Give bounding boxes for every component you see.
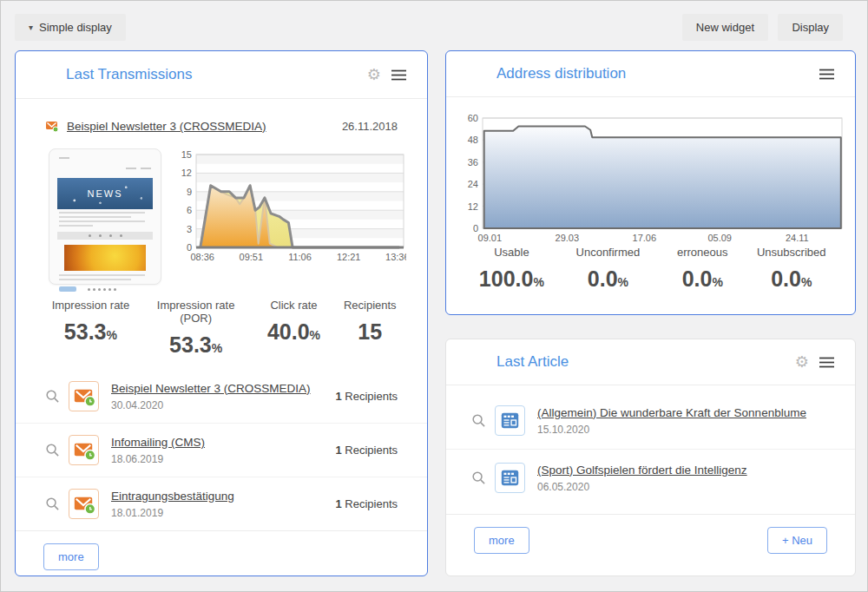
envelope-clock-icon [69,435,99,465]
envelope-clock-icon [69,489,99,519]
stat-value: 0.0% [658,266,746,292]
menu-icon[interactable] [819,69,834,80]
magnifier-icon[interactable] [45,389,60,404]
stat-label: Recipients [336,299,404,312]
transmission-date: 18.01.2019 [111,507,234,519]
svg-text:09:51: 09:51 [240,252,264,262]
recipients-count: 1 Recipients [335,444,398,457]
stat-label: Click rate [252,299,335,312]
transmission-row: Beispiel Newsletter 3 (CROSSMEDIA) 30.04… [16,370,427,423]
menu-icon[interactable] [391,69,406,81]
svg-text:05.09: 05.09 [707,233,732,243]
stat-label: Unconfirmed [558,246,658,259]
transmission-link[interactable]: Beispiel Newsletter 3 (CROSSMEDIA) [111,382,311,395]
stat-label: Unsubscribed [747,246,836,259]
panel-header: Last Transmissions ⚙ [16,51,427,99]
svg-text:6: 6 [187,205,192,215]
svg-text:3: 3 [187,224,192,234]
menu-icon[interactable] [819,357,834,368]
new-widget-button[interactable]: New widget [682,14,768,41]
svg-text:17.06: 17.06 [633,233,657,243]
transmission-link[interactable]: Infomailing (CMS) [111,436,205,449]
preview-toolbar [57,232,153,240]
svg-text:9: 9 [187,187,192,197]
stat-value: 100.0% [465,266,558,292]
new-article-button[interactable]: + Neu [767,527,827,554]
dashboard: ▾ Simple display New widget Display Last… [0,0,868,592]
recipients-count: 1 Recipients [335,497,398,510]
article-list: (Allgemein) Die wunderbare Kraft der Son… [446,392,855,506]
article-date: 06.05.2020 [537,481,747,493]
view-selector-button[interactable]: ▾ Simple display [15,14,126,41]
address-distribution-chart: 0122436486009.0129.0317.0605.0924.11 [457,114,845,244]
svg-text:12: 12 [181,168,192,178]
article-link[interactable]: (Sport) Golfspielen fördert die Intellig… [537,464,747,477]
address-stats: Usable 100.0% Unconfirmed 0.0% erroneous… [446,246,855,292]
transmission-date: 30.04.2020 [111,399,311,411]
svg-text:15: 15 [181,150,192,160]
svg-text:11:06: 11:06 [288,252,312,262]
panel-footer: more + Neu [446,514,855,566]
preview-banner: NEWS [57,178,153,209]
stat-value: 40.0% [252,319,335,345]
stat-value: 15 [336,319,404,345]
panel-last-transmissions: Last Transmissions ⚙ Beispiel Newsletter… [15,50,428,576]
preview-footer [59,286,151,292]
more-button[interactable]: more [43,543,99,570]
svg-text:12:21: 12:21 [337,252,361,262]
stat-value: 0.0% [747,266,836,292]
svg-text:13:36: 13:36 [385,252,406,262]
panel-footer: more [16,530,427,582]
stat-label: Usable [465,246,558,259]
transmission-list: Beispiel Newsletter 3 (CROSSMEDIA) 30.04… [16,370,427,530]
stat-value: 0.0% [558,266,658,292]
svg-text:12: 12 [468,201,478,212]
svg-text:24: 24 [468,179,478,189]
gear-icon[interactable]: ⚙ [367,67,381,82]
display-button[interactable]: Display [778,14,843,41]
transmission-row: Infomailing (CMS) 18.06.2019 1 Recipient… [16,423,427,477]
panel-title: Last Article [496,353,569,371]
article-link[interactable]: (Allgemein) Die wunderbare Kraft der Son… [537,406,806,419]
more-button[interactable]: more [474,527,529,554]
svg-text:09.01: 09.01 [478,233,503,243]
svg-text:60: 60 [468,114,478,123]
magnifier-icon[interactable] [471,413,486,428]
transmission-stats: Impression rate 53.3% Impression rate (P… [16,285,427,363]
article-date: 15.10.2020 [537,424,806,436]
article-row: (Sport) Golfspielen fördert die Intellig… [446,449,855,506]
panel-header: Last Article ⚙ [446,339,855,385]
panel-address-distribution: Address distribution 0122436486009.0129.… [445,50,856,315]
recipients-count: 1 Recipients [335,390,398,403]
magnifier-icon[interactable] [45,443,60,457]
panel-title: Last Transmissions [66,66,193,83]
newsletter-preview-thumbnail[interactable]: NEWS [49,148,161,285]
panel-title: Address distribution [496,65,626,82]
magnifier-icon[interactable] [471,470,486,485]
svg-text:08:36: 08:36 [190,252,214,262]
article-row: (Allgemein) Die wunderbare Kraft der Son… [446,392,855,449]
stat-label: erroneous [658,246,746,259]
svg-text:24.11: 24.11 [786,233,809,243]
panel-header: Address distribution [446,51,855,97]
featured-transmission-link[interactable]: Beispiel Newsletter 3 (CROSSMEDIA) [67,120,266,133]
transmission-activity-chart: 0369121508:3609:5111:0612:2113:36 [174,150,406,263]
svg-text:29.03: 29.03 [556,233,580,243]
svg-text:36: 36 [468,157,478,168]
preview-sunflower-image [64,245,147,271]
stat-label: Impression rate (POR) [140,299,253,325]
view-selector-label: Simple display [39,21,112,34]
transmission-link[interactable]: Eintragungsbestätigung [111,490,234,503]
stat-label: Impression rate [42,299,140,312]
stat-value: 53.3% [42,319,140,345]
stat-value: 53.3% [140,332,253,358]
gear-icon[interactable]: ⚙ [795,354,809,370]
magnifier-icon[interactable] [45,497,60,511]
featured-transmission-date: 26.11.2018 [342,120,398,133]
chevron-down-icon: ▾ [29,23,33,32]
transmission-row: Eintragungsbestätigung 18.01.2019 1 Reci… [16,477,427,530]
display-label: Display [792,21,829,34]
new-widget-label: New widget [696,21,754,34]
envelope-clock-icon [69,381,99,411]
transmission-date: 18.06.2019 [111,453,205,465]
